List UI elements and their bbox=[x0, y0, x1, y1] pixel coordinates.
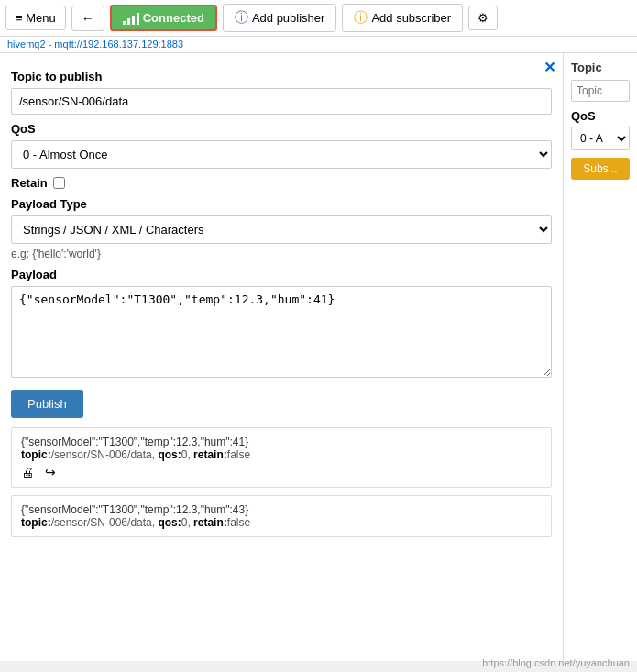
message-payload-2: {"sensorModel":"T1300","temp":12.3,"hum"… bbox=[21, 503, 542, 516]
example-text: e.g: {'hello':'world'} bbox=[11, 248, 552, 260]
message-actions-1: 🖨 ↪ bbox=[21, 465, 542, 479]
message-meta-2: topic:/sensor/SN-006/data, qos:0, retain… bbox=[21, 516, 542, 529]
signal-icon bbox=[123, 12, 139, 25]
topic-input[interactable] bbox=[11, 88, 552, 115]
payload-type-label: Payload Type bbox=[11, 197, 552, 211]
watermark: https://blog.csdn.net/yuyanchuan bbox=[482, 657, 630, 668]
back-button[interactable]: ← bbox=[71, 6, 104, 31]
add-subscriber-icon: ⓘ bbox=[354, 9, 368, 27]
connected-button[interactable]: Connected bbox=[110, 5, 217, 31]
publish-button[interactable]: Publish bbox=[11, 390, 83, 418]
add-subscriber-label: Add subscriber bbox=[371, 11, 451, 25]
message-card-2: {"sensorModel":"T1300","temp":12.3,"hum"… bbox=[11, 495, 552, 537]
subscribe-button[interactable]: Subs... bbox=[571, 158, 630, 180]
sub-topic-input[interactable] bbox=[571, 80, 630, 102]
payload-textarea[interactable]: {"sensorModel":"T1300","temp":12.3,"hum"… bbox=[11, 286, 552, 378]
sub-topic-label: Topic bbox=[571, 61, 630, 74]
connected-label: Connected bbox=[143, 11, 204, 25]
add-subscriber-button[interactable]: ⓘ Add subscriber bbox=[342, 4, 463, 32]
connection-info-bar: hivemq2 - mqtt://192.168.137.129:1883 bbox=[0, 37, 637, 53]
sub-qos-label: QoS bbox=[571, 109, 630, 123]
copy-icon-1[interactable]: 🖨 bbox=[21, 465, 34, 479]
menu-bar: MQTTBox ≡ Menu ← Connected ⓘ Add publish… bbox=[0, 0, 637, 37]
retain-row: Retain bbox=[11, 176, 552, 190]
close-button[interactable]: ✕ bbox=[544, 59, 555, 76]
message-payload-1: {"sensorModel":"T1300","temp":12.3,"hum"… bbox=[21, 435, 542, 448]
qos-label: QoS bbox=[11, 122, 552, 136]
resend-icon-1[interactable]: ↪ bbox=[45, 465, 56, 479]
qos-select[interactable]: 0 - Almost Once 1 - At Least Once 2 - Ex… bbox=[11, 140, 552, 169]
topic-label: Topic to publish bbox=[11, 70, 552, 83]
message-card-1: {"sensorModel":"T1300","temp":12.3,"hum"… bbox=[11, 427, 552, 488]
add-publisher-label: Add publisher bbox=[252, 11, 325, 25]
payload-label: Payload bbox=[11, 268, 552, 281]
add-publisher-button[interactable]: ⓘ Add publisher bbox=[223, 4, 337, 32]
subscriber-panel: Topic QoS 0 - A Subs... bbox=[564, 53, 637, 661]
retain-checkbox[interactable] bbox=[53, 177, 65, 189]
message-meta-1: topic:/sensor/SN-006/data, qos:0, retain… bbox=[21, 448, 542, 461]
sub-qos-select[interactable]: 0 - A bbox=[571, 127, 630, 150]
retain-label: Retain bbox=[11, 176, 48, 190]
connection-info-text: hivemq2 - mqtt://192.168.137.129:1883 bbox=[7, 39, 183, 50]
menu-button[interactable]: ≡ Menu bbox=[5, 6, 66, 30]
settings-button[interactable]: ⚙ bbox=[468, 6, 498, 30]
add-publisher-icon: ⓘ bbox=[235, 9, 248, 27]
publisher-panel: ✕ Topic to publish QoS 0 - Almost Once 1… bbox=[0, 53, 564, 661]
main-area: ✕ Topic to publish QoS 0 - Almost Once 1… bbox=[0, 53, 637, 661]
payload-type-select[interactable]: Strings / JSON / XML / Characters Base64… bbox=[11, 215, 552, 244]
